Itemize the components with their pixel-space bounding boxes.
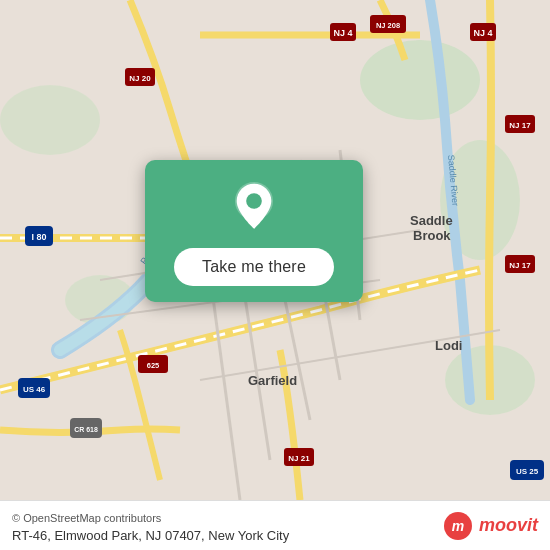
moovit-text: moovit — [479, 515, 538, 536]
svg-text:Brook: Brook — [413, 228, 451, 243]
svg-text:Saddle: Saddle — [410, 213, 453, 228]
svg-text:Lodi: Lodi — [435, 338, 462, 353]
svg-text:m: m — [452, 518, 464, 534]
map-container: I 80 US 46 CR 618 NJ 4 NJ 4 NJ 20 NJ 208… — [0, 0, 550, 500]
svg-text:NJ 20: NJ 20 — [129, 74, 151, 83]
location-pin-icon — [228, 182, 280, 234]
svg-text:US 25: US 25 — [516, 467, 539, 476]
svg-text:NJ 208: NJ 208 — [376, 21, 400, 30]
svg-text:Garfield: Garfield — [248, 373, 297, 388]
take-me-there-button[interactable]: Take me there — [174, 248, 334, 286]
svg-text:NJ 17: NJ 17 — [509, 261, 531, 270]
svg-text:NJ 4: NJ 4 — [333, 28, 352, 38]
location-label: RT-46, Elmwood Park, NJ 07407, New York … — [12, 528, 289, 543]
svg-point-1 — [360, 40, 480, 120]
svg-text:I 80: I 80 — [31, 232, 46, 242]
svg-text:NJ 4: NJ 4 — [473, 28, 492, 38]
moovit-logo: m moovit — [443, 511, 538, 541]
location-info: © OpenStreetMap contributors RT-46, Elmw… — [12, 508, 289, 544]
location-card: Take me there — [145, 160, 363, 302]
svg-point-3 — [0, 85, 100, 155]
svg-text:US 46: US 46 — [23, 385, 46, 394]
svg-point-48 — [246, 193, 262, 209]
bottom-bar: © OpenStreetMap contributors RT-46, Elmw… — [0, 500, 550, 550]
svg-text:NJ 17: NJ 17 — [509, 121, 531, 130]
svg-text:CR 618: CR 618 — [74, 426, 98, 433]
svg-text:NJ 21: NJ 21 — [288, 454, 310, 463]
svg-text:625: 625 — [147, 361, 160, 370]
attribution-text: © OpenStreetMap contributors — [12, 512, 161, 524]
moovit-icon: m — [443, 511, 473, 541]
